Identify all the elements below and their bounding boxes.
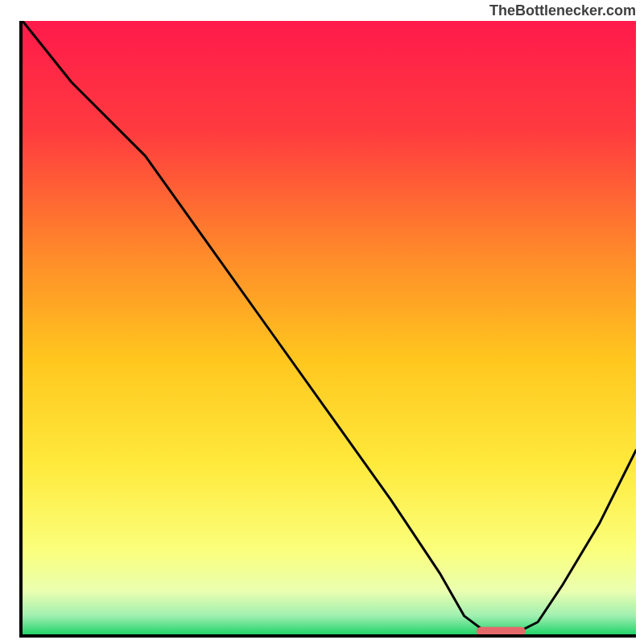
chart-plot-layer [23,21,636,634]
bottleneck-chart [19,21,636,638]
optimal-point-marker [477,627,526,634]
attribution-text: TheBottlenecker.com [0,0,644,21]
bottleneck-curve [23,21,636,634]
